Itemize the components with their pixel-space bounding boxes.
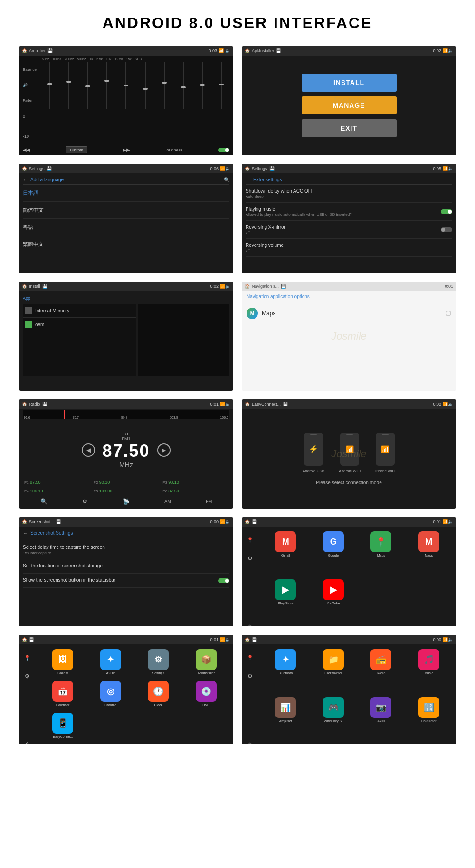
android-wifi-symbol: 📶 — [346, 445, 354, 453]
preset-2[interactable]: P2 90.10 — [92, 479, 161, 486]
sidebar-loc-icon-2[interactable]: 📍 — [23, 654, 32, 662]
app-chrome[interactable]: ◎ Chrome — [88, 681, 133, 710]
eq-slider-3[interactable] — [80, 62, 96, 144]
nav-status-bar: 🏠 Navigation s... 💾 0:01 — [242, 282, 456, 291]
eq-side-labels: Balance 🔊 Fader 0 -10 — [23, 62, 41, 144]
radio-search-icon[interactable]: 🔍 — [40, 498, 48, 505]
settings-extra-content: ← Extra settings Shutdown delay when ACC… — [242, 173, 456, 273]
app-music[interactable]: 🎵 Music — [407, 649, 452, 694]
fader-label: Fader — [23, 98, 41, 103]
preset-6[interactable]: P6 87.50 — [161, 487, 229, 495]
eq-sliders-area — [42, 62, 229, 144]
ss-back-arrow[interactable]: ← — [23, 530, 28, 536]
app-amplifier-2[interactable]: 📊 Amplifier — [263, 697, 308, 742]
playing-music-toggle[interactable] — [441, 209, 452, 214]
playstore-icon: ▶ — [275, 579, 296, 600]
preset-4[interactable]: P4 106.10 — [23, 487, 91, 495]
sidebar-gear-icon[interactable]: ⚙ — [246, 623, 255, 626]
radio-next-btn[interactable]: ▶ — [157, 443, 171, 457]
sidebar-set-icon-3[interactable]: ⚙ — [246, 672, 255, 680]
maps-icon: M — [247, 308, 258, 319]
app-playstore[interactable]: ▶ Play Store — [263, 579, 308, 624]
eq-slider-6[interactable] — [137, 62, 153, 144]
radio-favorites-icon[interactable]: ⚙ — [82, 498, 87, 505]
eq-slider-8[interactable] — [175, 62, 191, 144]
manage-button[interactable]: MANAGE — [302, 96, 397, 114]
app-maps-1[interactable]: 📍 Maps — [359, 531, 404, 576]
easyconnect-screen: 🏠 EasyConnect... 💾 0:02 📶🔈 ⚡ Android USB — [242, 399, 456, 509]
install-item-1[interactable]: oem — [23, 318, 136, 331]
back-arrow[interactable]: ← — [23, 177, 28, 182]
app-dvd[interactable]: 💿 DVD — [184, 681, 229, 710]
lang-item-3[interactable]: 繁體中文 — [23, 236, 229, 253]
app-easyconn[interactable]: 📱 EasyConne... — [40, 713, 86, 742]
radio-prev-btn[interactable]: ◀ — [82, 443, 95, 457]
app1-status: 🏠 💾 0:01 📶🔈 — [242, 517, 456, 527]
nav-maps-item[interactable]: M Maps — [247, 304, 451, 323]
install-button[interactable]: INSTALL — [302, 74, 397, 92]
screenshot-status: 🏠 Screenshot... 💾 0:00 📶🔈 — [19, 517, 233, 527]
app-gallery[interactable]: 🖼 Gallery — [40, 649, 86, 678]
app-calculator[interactable]: 🔢 Calculator — [407, 697, 452, 742]
app-youtube[interactable]: ▶ YouTube — [311, 579, 356, 624]
xmirror-toggle[interactable] — [441, 227, 452, 232]
app-google[interactable]: G Google — [311, 531, 356, 576]
app-bluetooth[interactable]: ✦ Bluetooth — [263, 649, 308, 694]
sidebar-loc-icon-3[interactable]: 📍 — [246, 654, 255, 662]
loudness-toggle[interactable] — [218, 148, 229, 152]
app3-grid: ✦ Bluetooth 📁 FileBrowser 📻 Radio 🎵 Musi… — [258, 644, 456, 744]
app-settings-2[interactable]: ⚙ Settings — [136, 649, 181, 678]
android-usb-mode[interactable]: ⚡ Android USB — [303, 433, 324, 473]
install-tab-app[interactable]: App — [23, 296, 30, 302]
eq-slider-5[interactable] — [118, 62, 134, 144]
app-radio-2[interactable]: 📻 Radio — [359, 649, 404, 694]
lang-item-1[interactable]: 简体中文 — [23, 202, 229, 219]
settings-lang-header: ← Add a language 🔍 — [23, 175, 229, 185]
eq-slider-1[interactable] — [42, 62, 58, 144]
install-item-0[interactable]: Internal Memory — [23, 304, 136, 318]
eq-slider-10[interactable] — [213, 62, 229, 144]
radio-signal-icon[interactable]: 📡 — [123, 498, 130, 505]
app-calendar[interactable]: 📅 Calendar — [40, 681, 86, 710]
app3-sidebar: 📍 ⚙ ⚙ — [242, 644, 258, 744]
eq-slider-4[interactable] — [99, 62, 115, 144]
radio-fm-btn[interactable]: FM — [206, 499, 212, 504]
app-maps-2[interactable]: M Maps — [407, 531, 452, 576]
sidebar-location-icon[interactable]: 📍 — [246, 536, 255, 545]
lang-item-2[interactable]: 粤語 — [23, 219, 229, 236]
search-icon-lang[interactable]: 🔍 — [224, 177, 229, 182]
preset-5[interactable]: P5 108.00 — [92, 487, 161, 495]
sidebar-gear-icon-3[interactable]: ⚙ — [246, 740, 255, 744]
android-wifi-mode[interactable]: 📶 Android WiFi — [339, 433, 361, 473]
app-filebrowser[interactable]: 📁 FileBrowser — [311, 649, 356, 694]
app-avin[interactable]: 📷 AVIN — [359, 697, 404, 742]
preset-3[interactable]: P3 98.10 — [161, 479, 229, 486]
sidebar-gear-icon-2[interactable]: ⚙ — [23, 740, 32, 744]
sidebar-settings-icon[interactable]: ⚙ — [246, 554, 255, 563]
iphone-wifi-mode[interactable]: 📶 iPhone WiFi — [375, 433, 395, 473]
back-arrow-extra[interactable]: ← — [246, 177, 250, 182]
eq-slider-9[interactable] — [194, 62, 210, 144]
eq-slider-7[interactable] — [156, 62, 172, 144]
lang-item-0[interactable]: 日本語 — [23, 185, 229, 202]
radio-am-btn[interactable]: AM — [164, 499, 171, 504]
sidebar-set-icon-2[interactable]: ⚙ — [23, 672, 32, 680]
app-gmail[interactable]: M Gmail — [263, 531, 308, 576]
preset-1[interactable]: P1 87.50 — [23, 479, 91, 486]
nav-radio-btn[interactable] — [446, 311, 451, 316]
app-wheelkey[interactable]: 🎮 Wheelkey S. — [311, 697, 356, 742]
calendar-icon: 📅 — [52, 681, 73, 702]
amplifier-app-icon: 📊 — [275, 697, 296, 718]
app-bt[interactable]: ✦ A2DP — [88, 649, 133, 678]
settings-lang-status: 🏠 Settings 💾 0:06 📶🔈 — [19, 164, 233, 173]
maps2-icon: M — [418, 531, 439, 552]
app-grid-3-screen: 🏠 💾 0:00 📶🔈 📍 ⚙ ⚙ ✦ Bluetooth — [242, 635, 456, 744]
vol-sym: 🔊 — [23, 83, 28, 87]
dvd-icon: 💿 — [196, 681, 217, 702]
app-clock[interactable]: 🕐 Clock — [136, 681, 181, 710]
eq-slider-2[interactable] — [61, 62, 77, 144]
custom-button[interactable]: Custom — [66, 146, 87, 153]
ss-statusbar-toggle[interactable] — [218, 578, 229, 583]
app-apkinstaller-2[interactable]: 📦 ApkInstaller — [184, 649, 229, 678]
exit-button[interactable]: EXIT — [302, 119, 397, 137]
